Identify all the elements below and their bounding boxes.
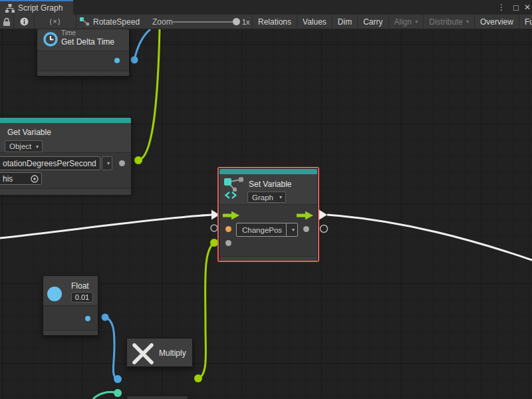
node-body [37, 51, 129, 70]
zoom-value: 1x [242, 15, 250, 29]
object-picker-icon[interactable] [30, 174, 39, 184]
node-footer [37, 70, 129, 76]
node-footer [0, 188, 131, 195]
chevron-down-icon: ▾ [415, 19, 418, 25]
node-body: ChangePos ▾ [219, 204, 317, 256]
output-port[interactable] [303, 226, 309, 232]
kebab-menu-icon[interactable]: ⋮ [497, 0, 505, 15]
node-title: Multiply [159, 348, 186, 358]
flow-output-port[interactable] [297, 211, 314, 220]
dim-button[interactable]: Dim [332, 15, 357, 29]
chevron-down-icon: ▾ [36, 144, 39, 150]
toolbar-buttons: Relations Values Dim Carry Align▾ Distri… [252, 15, 532, 29]
close-icon[interactable]: ✕ [523, 0, 532, 15]
chevron-down-icon: ▾ [292, 227, 295, 233]
variable-name-port[interactable] [225, 226, 231, 232]
code-preview-button[interactable]: ⟨×⟩ [35, 15, 76, 29]
zoom-slider-handle[interactable] [233, 18, 240, 25]
node-header: Set Variable Graph ▾ [219, 174, 317, 204]
overview-button[interactable]: Overview [474, 15, 519, 29]
node-category: Time [61, 29, 76, 37]
variable-name-dropdown[interactable]: ChangePos ▾ [236, 223, 298, 237]
node-title: Get Variable [7, 128, 51, 137]
tab-script-graph[interactable]: Script Graph [0, 0, 73, 15]
node-get-delta-time[interactable]: Time Get Delta Time [37, 29, 130, 76]
node-multiply-body[interactable]: A A × B B [126, 396, 188, 399]
output-port[interactable] [119, 160, 125, 166]
info-icon [20, 17, 29, 26]
wire-get-variable [138, 29, 160, 160]
wire-delta-time [134, 29, 150, 60]
script-graph-asset-icon [80, 17, 89, 26]
node-title: Get Delta Time [61, 37, 114, 47]
zoom-label: Zoom [152, 15, 173, 29]
control-wire-right [327, 215, 532, 260]
float-icon [47, 287, 62, 301]
wire-end-dot [114, 375, 122, 383]
control-wire-left [0, 215, 211, 238]
lock-button[interactable] [0, 15, 13, 29]
chevron-down-icon: ▾ [279, 194, 282, 200]
output-port[interactable] [85, 316, 90, 321]
values-button[interactable]: Values [297, 15, 332, 29]
relations-button[interactable]: Relations [252, 15, 297, 29]
node-title: Float [71, 281, 89, 291]
node-footer [43, 330, 98, 335]
graph-canvas[interactable]: Time Get Delta Time Get Variable Object … [0, 29, 532, 399]
control-arrowhead-out [319, 210, 327, 220]
toolbar-separator [76, 15, 76, 29]
flow-input-port[interactable] [223, 211, 240, 220]
wire-end-dot [194, 374, 202, 382]
selection-outline: Set Variable Graph ▾ ChangePos [217, 167, 319, 262]
carry-button[interactable]: Carry [357, 15, 388, 29]
wire-float-value [105, 317, 118, 379]
inspector-button[interactable] [14, 15, 34, 29]
visual-scripting-window: Script Graph ⋮ □ ✕ ⟨×⟩ RotateSpeed Zoom [0, 0, 532, 399]
wire-end-dot [114, 389, 122, 397]
node-body [43, 305, 98, 330]
chevron-down-icon: ▾ [107, 160, 110, 166]
node-set-variable[interactable]: Set Variable Graph ▾ ChangePos [219, 168, 318, 261]
chevron-down-icon: ▾ [466, 19, 469, 25]
full-screen-button[interactable]: Full Screen [519, 15, 532, 29]
target-field[interactable]: his [0, 172, 42, 185]
node-header: Get Variable Object ▾ [0, 123, 131, 152]
node-multiply[interactable]: Multiply [126, 338, 193, 367]
code-icon: ⟨×⟩ [49, 17, 61, 26]
node-header: Float 0.01 [43, 276, 98, 305]
wire-end-dot [131, 57, 138, 64]
wire-multiply-result [198, 243, 214, 378]
wire-end-dot [102, 314, 109, 321]
node-header: Time Get Delta Time [37, 29, 129, 51]
lock-icon [3, 17, 11, 27]
graph-variable-icon [223, 177, 246, 200]
node-footer [219, 256, 317, 261]
proxy-port-left [211, 225, 217, 231]
clock-icon [42, 30, 59, 47]
tab-title: Script Graph [18, 3, 63, 13]
graph-breadcrumb[interactable]: RotateSpeed [80, 15, 140, 29]
multiply-icon [131, 342, 155, 365]
maximize-icon[interactable]: □ [511, 0, 521, 15]
variable-name-dropdown[interactable]: ▾ [102, 156, 112, 170]
graph-name: RotateSpeed [93, 17, 140, 27]
graph-icon [5, 4, 15, 13]
align-button[interactable]: Align▾ [388, 15, 424, 29]
node-float-literal[interactable]: Float 0.01 [43, 275, 98, 336]
node-get-variable[interactable]: Get Variable Object ▾ otationDegreesPerS… [0, 117, 132, 192]
node-body: otationDegreesPerSecond ▾ his [0, 152, 131, 187]
tab-bar: Script Graph ⋮ □ ✕ [0, 0, 532, 15]
node-accent-strip [219, 169, 317, 174]
distribute-button[interactable]: Distribute▾ [423, 15, 474, 29]
node-accent-strip [0, 118, 131, 123]
variable-scope-dropdown[interactable]: Graph ▾ [247, 192, 286, 203]
output-port[interactable] [114, 58, 120, 63]
value-input-port[interactable] [225, 240, 231, 246]
wire-end-dot [134, 156, 142, 164]
float-value-input[interactable]: 0.01 [71, 292, 93, 303]
proxy-port-right [321, 225, 328, 233]
variable-name-field[interactable]: otationDegreesPerSecond [0, 156, 100, 170]
variable-scope-dropdown[interactable]: Object ▾ [5, 140, 43, 152]
zoom-slider-track[interactable] [172, 21, 235, 23]
node-title: Set Variable [249, 180, 291, 189]
